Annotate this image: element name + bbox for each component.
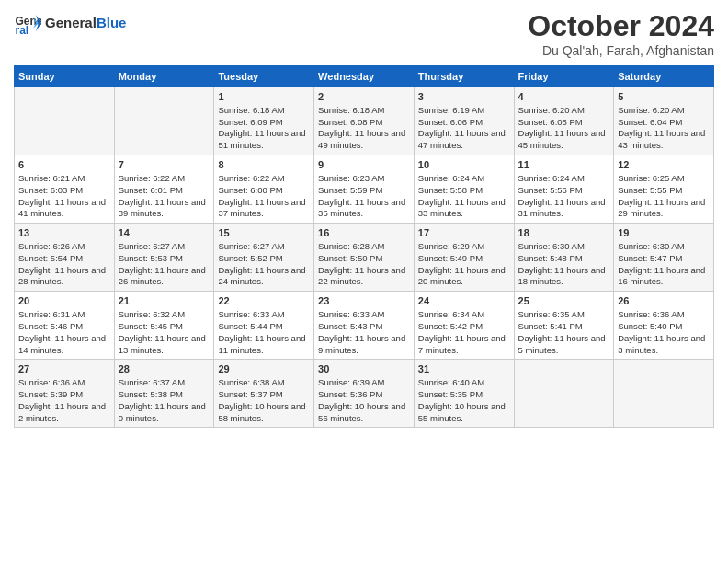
day-header-friday: Friday (514, 66, 614, 87)
day-number: 6 (18, 158, 110, 172)
sunrise-text: Sunrise: 6:20 AM (618, 105, 684, 115)
calendar-cell: 27 Sunrise: 6:36 AM Sunset: 5:39 PM Dayl… (15, 360, 115, 428)
week-row-4: 20 Sunrise: 6:31 AM Sunset: 5:46 PM Dayl… (15, 292, 714, 360)
day-number: 12 (618, 158, 710, 172)
sunset-text: Sunset: 5:48 PM (518, 253, 583, 263)
sunset-text: Sunset: 5:53 PM (119, 253, 183, 263)
daylight-text: Daylight: 11 hours and 22 minutes. (318, 265, 405, 287)
sunset-text: Sunset: 6:05 PM (518, 117, 583, 127)
sunset-text: Sunset: 5:43 PM (318, 321, 382, 331)
calendar-cell: 12 Sunrise: 6:25 AM Sunset: 5:55 PM Dayl… (614, 155, 714, 224)
sunrise-text: Sunrise: 6:25 AM (618, 173, 684, 183)
day-number: 15 (218, 226, 310, 240)
calendar-cell: 8 Sunrise: 6:22 AM Sunset: 6:00 PM Dayli… (214, 155, 314, 224)
sunset-text: Sunset: 5:49 PM (418, 253, 483, 263)
daylight-text: Daylight: 11 hours and 5 minutes. (518, 333, 606, 355)
daylight-text: Daylight: 11 hours and 24 minutes. (218, 265, 305, 287)
daylight-text: Daylight: 11 hours and 28 minutes. (18, 265, 106, 287)
calendar-cell: 18 Sunrise: 6:30 AM Sunset: 5:48 PM Dayl… (514, 224, 614, 292)
daylight-text: Daylight: 11 hours and 41 minutes. (18, 197, 106, 219)
day-number: 7 (119, 158, 210, 172)
daylight-text: Daylight: 10 hours and 55 minutes. (418, 401, 506, 423)
day-header-sunday: Sunday (15, 66, 115, 87)
sunset-text: Sunset: 5:41 PM (518, 321, 583, 331)
daylight-text: Daylight: 11 hours and 16 minutes. (618, 265, 705, 287)
daylight-text: Daylight: 11 hours and 33 minutes. (418, 197, 506, 219)
calendar-cell: 20 Sunrise: 6:31 AM Sunset: 5:46 PM Dayl… (15, 292, 115, 360)
calendar-cell: 31 Sunrise: 6:40 AM Sunset: 5:35 PM Dayl… (414, 360, 514, 428)
sunset-text: Sunset: 6:00 PM (218, 185, 282, 195)
daylight-text: Daylight: 11 hours and 18 minutes. (518, 265, 606, 287)
sunrise-text: Sunrise: 6:39 AM (318, 377, 384, 387)
sunset-text: Sunset: 6:06 PM (418, 117, 483, 127)
sunset-text: Sunset: 5:36 PM (318, 389, 382, 399)
calendar-cell (514, 360, 614, 428)
sunrise-text: Sunrise: 6:35 AM (518, 309, 585, 319)
daylight-text: Daylight: 11 hours and 9 minutes. (318, 333, 405, 355)
day-number: 5 (618, 90, 710, 104)
calendar-cell: 19 Sunrise: 6:30 AM Sunset: 5:47 PM Dayl… (614, 224, 714, 292)
sunset-text: Sunset: 5:55 PM (618, 185, 682, 195)
sunrise-text: Sunrise: 6:30 AM (518, 241, 585, 251)
sunrise-text: Sunrise: 6:31 AM (18, 309, 85, 319)
sunrise-text: Sunrise: 6:33 AM (218, 309, 284, 319)
sunset-text: Sunset: 5:58 PM (418, 185, 483, 195)
calendar-cell: 9 Sunrise: 6:23 AM Sunset: 5:59 PM Dayli… (314, 155, 415, 224)
calendar-cell: 21 Sunrise: 6:32 AM Sunset: 5:45 PM Dayl… (114, 292, 214, 360)
daylight-text: Daylight: 11 hours and 37 minutes. (218, 197, 305, 219)
page-container: Gene ral GeneralBlue October 2024 Du Qal… (0, 0, 728, 437)
daylight-text: Daylight: 11 hours and 14 minutes. (18, 333, 106, 355)
daylight-text: Daylight: 11 hours and 47 minutes. (418, 128, 506, 150)
sunset-text: Sunset: 6:04 PM (618, 117, 682, 127)
sunset-text: Sunset: 5:46 PM (18, 321, 83, 331)
daylight-text: Daylight: 11 hours and 35 minutes. (318, 197, 405, 219)
header-row: SundayMondayTuesdayWednesdayThursdayFrid… (15, 66, 714, 87)
day-number: 9 (318, 158, 410, 172)
week-row-1: 1 Sunrise: 6:18 AM Sunset: 6:09 PM Dayli… (15, 87, 714, 155)
calendar-cell: 17 Sunrise: 6:29 AM Sunset: 5:49 PM Dayl… (414, 224, 514, 292)
sunrise-text: Sunrise: 6:28 AM (318, 241, 384, 251)
sunset-text: Sunset: 5:56 PM (518, 185, 583, 195)
sunrise-text: Sunrise: 6:29 AM (418, 241, 484, 251)
daylight-text: Daylight: 11 hours and 49 minutes. (318, 128, 405, 150)
sunset-text: Sunset: 5:37 PM (218, 389, 282, 399)
sunrise-text: Sunrise: 6:21 AM (18, 173, 85, 183)
calendar-cell: 25 Sunrise: 6:35 AM Sunset: 5:41 PM Dayl… (514, 292, 614, 360)
daylight-text: Daylight: 11 hours and 29 minutes. (618, 197, 705, 219)
header: Gene ral GeneralBlue October 2024 Du Qal… (14, 9, 714, 58)
day-number: 10 (418, 158, 510, 172)
logo-icon: Gene ral (14, 9, 41, 37)
daylight-text: Daylight: 11 hours and 43 minutes. (618, 128, 705, 150)
calendar-cell: 23 Sunrise: 6:33 AM Sunset: 5:43 PM Dayl… (314, 292, 415, 360)
week-row-5: 27 Sunrise: 6:36 AM Sunset: 5:39 PM Dayl… (15, 360, 714, 428)
daylight-text: Daylight: 11 hours and 26 minutes. (119, 265, 206, 287)
sunset-text: Sunset: 5:54 PM (18, 253, 83, 263)
sunrise-text: Sunrise: 6:40 AM (418, 377, 484, 387)
sunrise-text: Sunrise: 6:36 AM (618, 309, 684, 319)
sunset-text: Sunset: 5:52 PM (218, 253, 282, 263)
day-number: 28 (119, 362, 210, 376)
sunrise-text: Sunrise: 6:23 AM (318, 173, 384, 183)
sunrise-text: Sunrise: 6:24 AM (518, 173, 585, 183)
sunrise-text: Sunrise: 6:27 AM (218, 241, 284, 251)
day-number: 26 (618, 294, 710, 308)
sunrise-text: Sunrise: 6:26 AM (18, 241, 85, 251)
sunset-text: Sunset: 6:03 PM (18, 185, 83, 195)
week-row-3: 13 Sunrise: 6:26 AM Sunset: 5:54 PM Dayl… (15, 224, 714, 292)
calendar-cell: 7 Sunrise: 6:22 AM Sunset: 6:01 PM Dayli… (114, 155, 214, 224)
day-number: 8 (218, 158, 310, 172)
day-number: 19 (618, 226, 710, 240)
calendar-cell: 15 Sunrise: 6:27 AM Sunset: 5:52 PM Dayl… (214, 224, 314, 292)
day-number: 3 (418, 90, 510, 104)
day-number: 30 (318, 362, 410, 376)
day-number: 22 (218, 294, 310, 308)
daylight-text: Daylight: 11 hours and 2 minutes. (18, 401, 106, 423)
calendar-cell: 2 Sunrise: 6:18 AM Sunset: 6:08 PM Dayli… (314, 87, 415, 155)
week-row-2: 6 Sunrise: 6:21 AM Sunset: 6:03 PM Dayli… (15, 155, 714, 224)
calendar-cell: 24 Sunrise: 6:34 AM Sunset: 5:42 PM Dayl… (414, 292, 514, 360)
sunset-text: Sunset: 5:47 PM (618, 253, 682, 263)
month-title: October 2024 (528, 9, 714, 43)
calendar-cell: 28 Sunrise: 6:37 AM Sunset: 5:38 PM Dayl… (114, 360, 214, 428)
daylight-text: Daylight: 11 hours and 45 minutes. (518, 128, 606, 150)
day-number: 20 (18, 294, 110, 308)
